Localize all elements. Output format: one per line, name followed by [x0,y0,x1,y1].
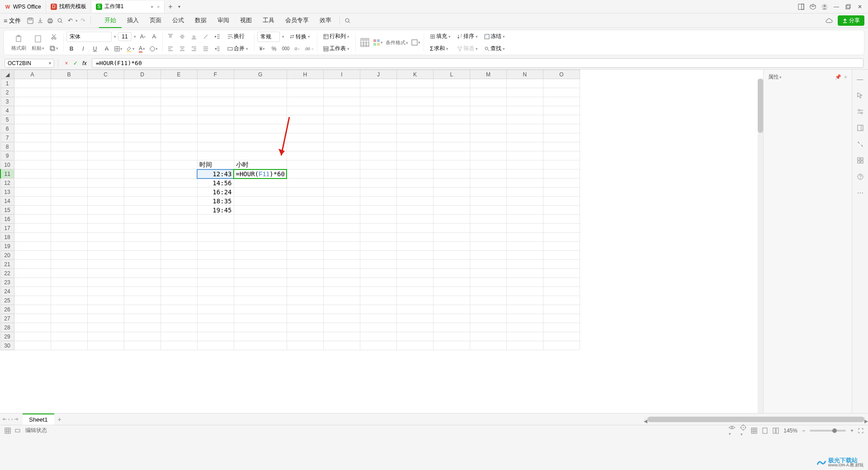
cell-C6[interactable] [87,124,124,133]
cell-D13[interactable] [124,188,160,197]
cell-E24[interactable] [160,287,197,296]
cell-C15[interactable] [87,206,124,215]
cell-N29[interactable] [506,332,543,341]
row-header-12[interactable]: 12 [0,179,14,188]
cell-G8[interactable] [234,142,287,151]
increase-font-icon[interactable]: A+ [138,32,148,42]
cell-A19[interactable] [14,242,51,251]
cell-J6[interactable] [360,124,396,133]
cell-L2[interactable] [433,88,470,97]
cell-K9[interactable] [396,151,433,160]
font-name-input[interactable]: 宋体 [66,32,112,42]
cell-M16[interactable] [470,215,506,224]
tab-list-dropdown[interactable]: ▾ [176,4,182,9]
chevron-down-icon[interactable]: ▾ [49,61,51,66]
cell-K2[interactable] [396,88,433,97]
cell-K25[interactable] [396,296,433,305]
cell-B7[interactable] [51,133,87,142]
cell-H13[interactable] [287,188,323,197]
table-style-icon[interactable] [359,36,371,49]
cell-A21[interactable] [14,260,51,269]
cell-B3[interactable] [51,97,87,106]
focus-icon[interactable]: ▾ [740,424,746,437]
cell-A5[interactable] [14,115,51,124]
cell-E20[interactable] [160,251,197,260]
cell-L8[interactable] [433,142,470,151]
cell-N17[interactable] [506,224,543,233]
fullscreen-icon[interactable] [858,428,863,433]
cell-N9[interactable] [506,151,543,160]
cell-H18[interactable] [287,233,323,242]
scroll-right-icon[interactable]: ▸ [864,417,868,422]
indent-decrease-icon[interactable] [212,32,222,42]
input-mode-icon[interactable] [14,428,21,434]
col-header-I[interactable]: I [323,70,360,79]
cell-N28[interactable] [506,323,543,332]
convert-button[interactable]: 转换▾ [286,32,313,42]
cell-B15[interactable] [51,206,87,215]
cell-J3[interactable] [360,97,396,106]
ribbon-tab-formulas[interactable]: 公式 [167,14,189,28]
cell-A27[interactable] [14,314,51,323]
cell-D22[interactable] [124,269,160,278]
cell-K29[interactable] [396,332,433,341]
cell-I22[interactable] [323,269,360,278]
cell-K12[interactable] [396,179,433,188]
cell-C4[interactable] [87,106,124,115]
cell-B2[interactable] [51,88,87,97]
cell-O5[interactable] [543,115,580,124]
cell-B17[interactable] [51,224,87,233]
col-header-E[interactable]: E [160,70,197,79]
cell-O17[interactable] [543,224,580,233]
rail-more-icon[interactable]: ⋯ [855,188,865,198]
italic-button[interactable]: I [78,44,88,54]
scrollbar-thumb[interactable] [647,417,864,422]
cell-C2[interactable] [87,88,124,97]
fill-color-button[interactable]: ▾ [125,44,135,54]
cell-J5[interactable] [360,115,396,124]
horizontal-scrollbar[interactable]: ◂ ▸ [644,417,865,422]
cell-J18[interactable] [360,233,396,242]
ribbon-tab-home[interactable]: 开始 [99,14,122,28]
cell-K23[interactable] [396,278,433,287]
cell-J23[interactable] [360,278,396,287]
cell-O11[interactable] [543,169,580,179]
cell-I16[interactable] [323,215,360,224]
cell-M2[interactable] [470,88,506,97]
increase-decimal-icon[interactable]: .00→ [304,44,314,54]
cell-J20[interactable] [360,251,396,260]
row-header-25[interactable]: 25 [0,296,14,305]
print-icon[interactable] [45,16,55,26]
chevron-down-icon[interactable]: ▾ [134,34,136,39]
cell-L7[interactable] [433,133,470,142]
row-header-4[interactable]: 4 [0,106,14,115]
zoom-out-button[interactable]: − [802,428,805,434]
cell-O13[interactable] [543,188,580,197]
cell-A11[interactable] [14,169,51,179]
cell-I23[interactable] [323,278,360,287]
row-header-13[interactable]: 13 [0,188,14,197]
cell-G5[interactable] [234,115,287,124]
cell-F15[interactable]: 19:45 [197,206,234,215]
cell-D20[interactable] [124,251,160,260]
cell-F8[interactable] [197,142,234,151]
decrease-decimal-icon[interactable]: .0← [292,44,302,54]
ribbon-tab-review[interactable]: 审阅 [212,14,235,28]
filter-button[interactable]: 筛选▾ [454,43,481,54]
vertical-scrollbar[interactable] [758,79,763,413]
cell-M29[interactable] [470,332,506,341]
cell-D18[interactable] [124,233,160,242]
thousands-icon[interactable]: 000 [281,44,291,54]
cell-G26[interactable] [234,305,287,314]
row-header-27[interactable]: 27 [0,314,14,323]
row-header-18[interactable]: 18 [0,233,14,242]
cell-H11[interactable] [287,169,323,179]
user-avatar-icon[interactable] [819,1,830,12]
cell-B24[interactable] [51,287,87,296]
cell-A8[interactable] [14,142,51,151]
cell-D12[interactable] [124,179,160,188]
row-header-30[interactable]: 30 [0,341,14,350]
cell-I3[interactable] [323,97,360,106]
cell-C24[interactable] [87,287,124,296]
cell-O6[interactable] [543,124,580,133]
